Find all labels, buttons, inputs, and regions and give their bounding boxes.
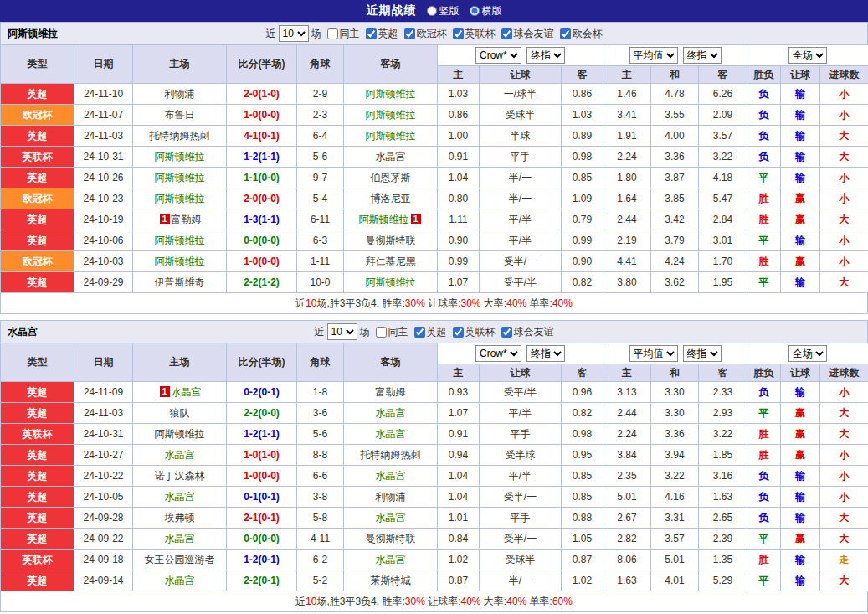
league-checkbox[interactable]: [560, 28, 571, 39]
home-team[interactable]: 水晶宫: [165, 575, 195, 586]
home-team[interactable]: 女王公园巡游者: [145, 554, 215, 565]
result-goals: 大: [820, 403, 868, 424]
asia-odds-controls: Crow*终指: [438, 45, 603, 66]
result-handicap: 输: [781, 230, 820, 251]
away-team-cell: 托特纳姆热刺: [344, 445, 438, 466]
league-badge: 英超: [1, 487, 74, 508]
league-filter[interactable]: 英联杯: [449, 27, 496, 41]
league-filter[interactable]: 球会友谊: [498, 325, 554, 339]
home-team[interactable]: 阿斯顿维拉: [155, 235, 205, 246]
same-home-filter[interactable]: 同主: [372, 325, 408, 339]
euro-odds-type-select[interactable]: 终指: [683, 47, 722, 64]
league-checkbox[interactable]: [453, 28, 464, 39]
column-header: 类型: [1, 343, 74, 382]
euro-odds-type-select[interactable]: 终指: [683, 345, 722, 362]
league-filter[interactable]: 欧冠杯: [401, 27, 447, 41]
team-name[interactable]: 阿斯顿维拉: [8, 27, 58, 41]
layout-horizontal-radio[interactable]: [470, 6, 480, 16]
home-team[interactable]: 水晶宫: [165, 449, 195, 461]
league-filter[interactable]: 英超: [362, 27, 398, 41]
away-team[interactable]: 水晶宫: [376, 470, 406, 482]
same-home-checkbox[interactable]: [376, 327, 387, 338]
home-team-cell: 水晶宫: [133, 570, 227, 591]
score: 2-2(1-2): [227, 272, 297, 293]
layout-option-vertical[interactable]: 竖版: [427, 4, 460, 18]
match-count-select[interactable]: 10: [327, 323, 357, 340]
match-date: 24-10-27: [74, 445, 133, 466]
away-team[interactable]: 利物浦: [376, 491, 406, 503]
asia-odds-type-select[interactable]: 终指: [526, 345, 565, 362]
away-team[interactable]: 阿斯顿维拉: [366, 109, 416, 121]
league-checkbox[interactable]: [501, 28, 512, 39]
home-team[interactable]: 埃弗顿: [165, 512, 195, 524]
home-team[interactable]: 诺丁汉森林: [155, 470, 205, 482]
home-team[interactable]: 阿斯顿维拉: [155, 193, 205, 204]
away-team[interactable]: 莱斯特城: [371, 575, 411, 586]
asia-handicap: 平/半: [480, 466, 562, 487]
match-count-select[interactable]: 10: [279, 25, 309, 42]
away-team[interactable]: 伯恩茅斯: [371, 172, 411, 183]
red-card-badge: 1: [160, 214, 170, 224]
asia-source-select[interactable]: Crow*: [475, 47, 521, 64]
league-filter[interactable]: 英超: [411, 325, 447, 339]
league-filter[interactable]: 球会友谊: [498, 27, 554, 41]
home-team[interactable]: 狼队: [170, 407, 190, 419]
same-home-filter[interactable]: 同主: [324, 27, 360, 41]
euro-source-select[interactable]: 平均值: [629, 345, 678, 362]
summary-text: 胜率:: [382, 596, 404, 607]
scope-select[interactable]: 全场: [788, 47, 827, 64]
away-team-cell: 拜仁慕尼黑: [344, 251, 438, 272]
home-team[interactable]: 阿斯顿维拉: [155, 172, 205, 183]
home-team[interactable]: 布鲁日: [165, 109, 195, 121]
same-home-checkbox[interactable]: [327, 28, 338, 39]
away-team[interactable]: 阿斯顿维拉: [359, 214, 409, 225]
home-team[interactable]: 水晶宫: [165, 491, 195, 503]
home-team-cell: 阿斯顿维拉: [133, 147, 227, 168]
away-team[interactable]: 水晶宫: [376, 512, 406, 524]
result-goals: 走: [820, 550, 868, 570]
home-team[interactable]: 利物浦: [165, 88, 195, 100]
away-team[interactable]: 水晶宫: [376, 554, 406, 565]
home-team[interactable]: 阿斯顿维拉: [155, 151, 205, 163]
home-team[interactable]: 阿斯顿维拉: [155, 255, 205, 267]
league-checkbox[interactable]: [453, 327, 464, 338]
away-team[interactable]: 阿斯顿维拉: [366, 88, 416, 100]
result-win-loss: 平: [747, 570, 781, 591]
asia-handicap: 平手: [480, 147, 562, 168]
league-filter[interactable]: 英联杯: [449, 325, 496, 339]
away-team[interactable]: 水晶宫: [376, 428, 406, 440]
home-team[interactable]: 阿斯顿维拉: [155, 428, 205, 440]
away-team[interactable]: 富勒姆: [376, 386, 406, 398]
euro-draw-odds: 3.94: [651, 445, 699, 466]
scope-select[interactable]: 全场: [788, 345, 827, 362]
league-checkbox[interactable]: [404, 28, 415, 39]
home-team[interactable]: 托特纳姆热刺: [150, 130, 210, 142]
home-team[interactable]: 富勒姆: [172, 214, 202, 225]
layout-option-horizontal[interactable]: 横版: [470, 4, 502, 18]
asia-odds-type-select[interactable]: 终指: [526, 47, 565, 64]
away-team[interactable]: 水晶宫: [376, 151, 406, 163]
euro-source-select[interactable]: 平均值: [629, 47, 678, 64]
away-team[interactable]: 曼彻斯特联: [366, 533, 416, 544]
away-team[interactable]: 拜仁慕尼黑: [366, 255, 416, 267]
result-win-loss: 负: [747, 382, 781, 403]
team-name[interactable]: 水晶宫: [8, 325, 38, 339]
league-checkbox[interactable]: [366, 28, 377, 39]
away-team[interactable]: 水晶宫: [376, 407, 406, 419]
home-team[interactable]: 水晶宫: [172, 386, 202, 398]
home-team[interactable]: 水晶宫: [165, 533, 195, 544]
league-checkbox[interactable]: [501, 327, 512, 338]
away-team[interactable]: 阿斯顿维拉: [366, 130, 416, 142]
league-checkbox[interactable]: [414, 327, 425, 338]
euro-away-odds: 3.22: [699, 424, 747, 445]
home-team[interactable]: 伊普斯维奇: [155, 276, 205, 288]
away-team[interactable]: 托特纳姆热刺: [361, 449, 421, 461]
result-win-loss: 负: [747, 147, 781, 168]
asia-source-select[interactable]: Crow*: [475, 345, 521, 362]
match-row: 欧冠杯24-10-03阿斯顿维拉1-0(0-0)1-11拜仁慕尼黑0.99受半/…: [1, 251, 868, 272]
away-team[interactable]: 阿斯顿维拉: [366, 276, 416, 288]
away-team[interactable]: 博洛尼亚: [371, 193, 411, 204]
layout-vertical-radio[interactable]: [427, 6, 437, 16]
league-filter[interactable]: 欧会杯: [557, 27, 603, 41]
away-team[interactable]: 曼彻斯特联: [366, 235, 416, 246]
